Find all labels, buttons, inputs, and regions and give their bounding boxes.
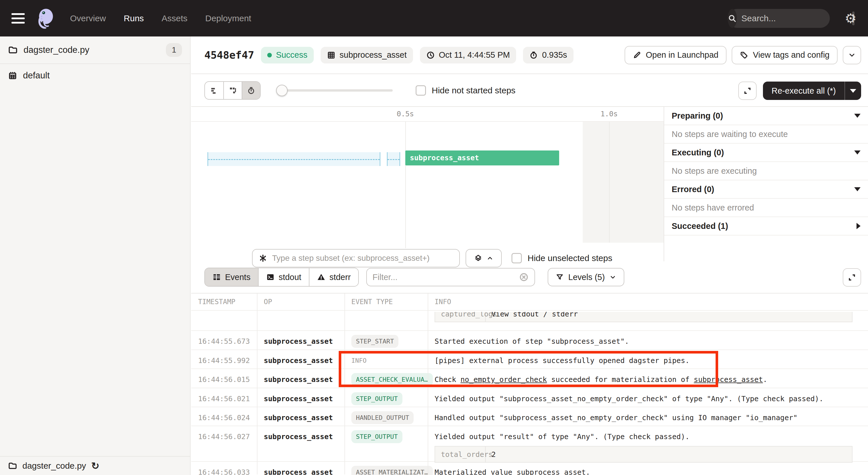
column-header-info: INFO — [428, 298, 868, 306]
column-divider — [257, 294, 257, 474]
gantt-gridline — [609, 122, 610, 243]
tab-stderr[interactable]: stderr — [309, 268, 358, 286]
logs-fullscreen-button[interactable] — [843, 268, 861, 287]
chevron-down-icon — [609, 274, 616, 280]
run-header-more-button[interactable] — [843, 46, 861, 64]
table-icon — [212, 273, 221, 281]
metadata-value: 2 — [486, 447, 496, 462]
warning-icon — [317, 273, 326, 281]
log-row[interactable]: 16:44:56.015subprocess_assetASSET_CHECK_… — [191, 368, 868, 388]
sidebar: dagster_code.py 1 default dagster_code.p… — [0, 36, 191, 475]
step-section-header[interactable]: Errored (0) — [664, 180, 868, 199]
timed-view-icon[interactable] — [242, 82, 260, 99]
folder-icon — [8, 45, 18, 55]
nav-item-deployment[interactable]: Deployment — [205, 13, 251, 23]
gantt-fullscreen-button[interactable] — [738, 82, 756, 100]
event-type-badge: ASSET_MATERIALIZAT… — [351, 466, 433, 475]
run-duration-tag: 0.935s — [523, 47, 573, 63]
triangle-down-icon — [854, 187, 861, 191]
step-section-message: No steps are waiting to execute — [664, 125, 868, 144]
timeline-tick: 0.5s — [397, 110, 414, 118]
footer-code-location-label: dagster_code.py — [22, 461, 86, 471]
re-execute-button[interactable]: Re-execute all (*) — [763, 82, 861, 100]
metadata-value[interactable]: View stdout / stderr — [486, 312, 578, 322]
log-row[interactable]: 16:44:55.673subprocess_assetSTEP_STARTSt… — [191, 330, 868, 350]
expand-icon — [848, 273, 856, 282]
info-link[interactable]: no_empty_order_check — [460, 375, 547, 384]
log-row[interactable]: 16:44:55.992subprocess_assetINFO[pipes] … — [191, 350, 868, 368]
gantt-waiting-span — [208, 152, 380, 166]
terminal-icon — [266, 273, 275, 281]
folder-icon — [8, 461, 17, 470]
gantt-toolbar: Hide not started steps Re-execute all (*… — [191, 75, 868, 107]
run-timestamp-tag: Oct 11, 4:44:55 PM — [420, 47, 516, 63]
log-table: TIMESTAMP OP EVENT TYPE INFO captured_lo… — [191, 294, 868, 474]
log-row[interactable]: 16:44:56.024subprocess_assetHANDLED_OUTP… — [191, 407, 868, 425]
gantt-waiting-span — [387, 152, 400, 166]
step-section-header[interactable]: Succeeded (1) — [664, 217, 868, 236]
log-row[interactable]: 16:44:56.021subprocess_assetSTEP_OUTPUTY… — [191, 388, 868, 407]
sidebar-footer: dagster_code.py ↻ — [0, 456, 190, 475]
triangle-right-icon — [857, 223, 861, 229]
gantt-view-mode-group — [205, 81, 260, 100]
dagster-logo-icon[interactable] — [35, 8, 56, 29]
search-input[interactable] — [737, 13, 852, 23]
column-header-timestamp: TIMESTAMP — [191, 298, 257, 306]
reload-icon[interactable]: ↻ — [91, 461, 100, 471]
run-id: 4548ef47 — [205, 49, 254, 61]
gantt-step-bar[interactable]: subprocess_asset — [405, 150, 559, 166]
gantt-after-run-region — [583, 122, 663, 243]
log-rows: captured_logsView stdout / stderr16:44:5… — [191, 310, 868, 475]
log-tabs: Eventsstdoutstderr — [205, 268, 359, 287]
open-in-launchpad-button[interactable]: Open in Launchpad — [625, 46, 726, 64]
gear-icon[interactable]: ⚙ — [845, 12, 857, 25]
hide-not-started-label: Hide not started steps — [432, 86, 516, 95]
caret-down-icon — [850, 89, 856, 93]
clear-filter-icon[interactable] — [519, 272, 529, 282]
events-section: Eventsstdoutstderr Levels (5) TIMESTAMP … — [191, 261, 868, 475]
info-link[interactable]: subprocess_asset — [694, 375, 763, 384]
hide-not-started-checkbox[interactable] — [415, 85, 426, 96]
events-toolbar: Eventsstdoutstderr Levels (5) — [191, 261, 868, 294]
flat-view-icon[interactable] — [205, 82, 223, 99]
zoom-slider[interactable] — [277, 89, 393, 92]
nav-items: OverviewRunsAssetsDeployment — [70, 13, 251, 23]
gantt-timeline: 0.5s 1.0s — [191, 107, 663, 122]
nav-item-overview[interactable]: Overview — [70, 13, 106, 23]
zoom-slider-knob[interactable] — [276, 85, 288, 96]
status-badge: Success — [261, 47, 314, 63]
event-type-badge: HANDLED_OUTPUT — [351, 411, 414, 424]
pencil-icon — [632, 51, 641, 59]
re-execute-dropdown[interactable] — [844, 82, 861, 100]
log-row[interactable]: 16:44:56.033subprocess_assetASSET_MATERI… — [191, 461, 868, 475]
log-filter-input[interactable] — [373, 272, 519, 282]
levels-filter-button[interactable]: Levels (5) — [548, 268, 624, 286]
filter-funnel-icon — [556, 273, 564, 281]
asset-tag[interactable]: subprocess_asset — [321, 47, 413, 63]
tab-stdout[interactable]: stdout — [258, 268, 309, 286]
event-type-badge: INFO — [351, 354, 367, 364]
gantt-chart: 0.5s 1.0s subprocess_asset — [191, 107, 663, 261]
view-tags-config-button[interactable]: View tags and config — [732, 46, 838, 64]
nav-item-runs[interactable]: Runs — [124, 13, 144, 23]
log-row[interactable]: captured_logsView stdout / stderr — [191, 310, 868, 330]
column-divider — [428, 294, 428, 474]
event-type-badge: STEP_OUTPUT — [351, 392, 402, 405]
step-section-message: No steps have errored — [664, 199, 868, 217]
column-header-event-type: EVENT TYPE — [344, 298, 428, 306]
step-section-header[interactable]: Executing (0) — [664, 144, 868, 162]
sidebar-item-code-location[interactable]: dagster_code.py 1 — [0, 36, 190, 64]
chevron-down-icon — [848, 51, 856, 59]
search-icon — [727, 9, 737, 28]
sidebar-item-job-default[interactable]: default — [0, 64, 190, 87]
tab-events[interactable]: Events — [205, 268, 258, 286]
nav-item-assets[interactable]: Assets — [162, 13, 187, 23]
log-filter-box — [366, 268, 535, 286]
code-location-count-badge: 1 — [166, 43, 182, 57]
job-label: default — [23, 70, 50, 81]
step-section-header[interactable]: Preparing (0) — [664, 107, 868, 125]
search-box[interactable]: / — [727, 9, 830, 28]
menu-icon[interactable] — [11, 13, 25, 24]
waterfall-view-icon[interactable] — [223, 82, 242, 99]
log-row[interactable]: 16:44:56.027subprocess_assetSTEP_OUTPUTY… — [191, 425, 868, 461]
